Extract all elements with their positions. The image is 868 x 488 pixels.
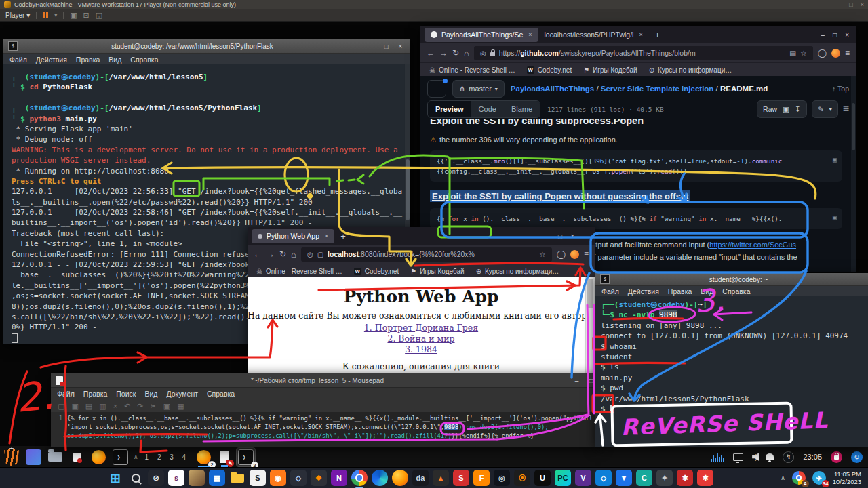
close-button[interactable]: ×: [845, 31, 849, 39]
terminal-nc-output[interactable]: ┌──(student㉿codeby)-[~]└─$ nc -nvlp 9898…: [595, 296, 868, 447]
shotcut-icon[interactable]: S: [250, 470, 266, 486]
bookmark-games[interactable]: ⚑Игры Кодебай: [583, 66, 637, 74]
forward-icon[interactable]: →: [439, 48, 448, 58]
vstudio-icon[interactable]: V: [575, 470, 591, 486]
bookmark-courses[interactable]: ⊕Курсы по информаци…: [476, 268, 559, 275]
display-icon[interactable]: [733, 453, 743, 461]
home-icon[interactable]: ⌂: [291, 249, 296, 260]
tab-close-icon[interactable]: ×: [325, 232, 328, 239]
tab-close-icon[interactable]: ×: [639, 31, 642, 38]
unreal-icon[interactable]: U: [534, 470, 551, 486]
page-scrollbar[interactable]: [585, 277, 595, 380]
reload-icon[interactable]: ↻: [279, 249, 286, 259]
vmware-icon[interactable]: ❖: [311, 470, 327, 486]
menu-item[interactable]: ▣: [71, 402, 78, 411]
bookmark-codeby[interactable]: wCodeby.net: [527, 66, 572, 74]
xfce-clock[interactable]: 23:05: [803, 453, 822, 461]
updates-tray-icon[interactable]: ↻: [851, 451, 863, 463]
back-icon[interactable]: ←: [427, 48, 435, 58]
terminal-launcher-icon[interactable]: ❯_: [113, 449, 128, 465]
menu-item[interactable]: Действия: [628, 287, 659, 296]
gear-red-1-icon[interactable]: ✱: [677, 470, 693, 486]
file-manager-icon[interactable]: [47, 449, 63, 465]
minimize-button[interactable]: –: [572, 377, 582, 384]
tab-close-icon[interactable]: ×: [528, 31, 532, 38]
windows-clock[interactable]: 11:05 PM 10/2/2023: [833, 470, 861, 485]
book-link-2[interactable]: 2. Война и мир: [248, 333, 595, 344]
url-bar[interactable]: ◎ ▢ localhost:8080/index?book={%%20for%2…: [301, 247, 552, 262]
rustdesk-icon[interactable]: ◉: [270, 470, 286, 486]
volume-icon[interactable]: ): [752, 453, 757, 461]
github-scrollbar[interactable]: [851, 76, 856, 272]
menu-item[interactable]: Вид: [144, 390, 157, 398]
bookmark-reverse-shell[interactable]: ☠Online - Reverse Shell …: [256, 268, 342, 275]
reload-icon[interactable]: ↻: [452, 48, 459, 58]
menu-item[interactable]: ▤: [85, 402, 92, 411]
menu-item[interactable]: ▥: [99, 402, 106, 411]
vm-minimize-button[interactable]: –: [838, 1, 842, 8]
viewer3d-icon[interactable]: ◇: [290, 470, 307, 486]
close-button[interactable]: ×: [570, 232, 574, 240]
mousepad-editor[interactable]: 1 {% for x in ().__class__.__base__.__su…: [51, 412, 601, 447]
tab-payloadsallthethings[interactable]: PayloadsAllTheThings/Se×: [425, 28, 538, 42]
menu-item[interactable]: Правка: [668, 287, 692, 296]
start-icon[interactable]: ⊞: [107, 470, 123, 486]
menu-item[interactable]: Файл: [9, 56, 27, 64]
blender-icon[interactable]: ⦿: [514, 470, 530, 486]
power-manager-icon[interactable]: ↯: [783, 451, 794, 463]
lock-tray-icon[interactable]: [831, 451, 842, 463]
book-link-3[interactable]: 3. 1984: [248, 344, 595, 355]
menu-item[interactable]: Вид: [701, 287, 713, 296]
maximize-button[interactable]: □: [558, 232, 562, 240]
player-menu[interactable]: Player ▾: [5, 12, 30, 19]
menu-item[interactable]: Справка: [130, 56, 158, 64]
bookmark-games[interactable]: ⚑Игры Кодебай: [410, 268, 464, 275]
bookmark-star-icon[interactable]: ☆: [539, 250, 545, 258]
gear-red-2-icon[interactable]: ✱: [697, 470, 713, 486]
new-tab-button[interactable]: +: [340, 231, 346, 241]
task-firefox[interactable]: 2: [195, 449, 212, 466]
explorer-icon[interactable]: [229, 470, 245, 486]
vm-maximize-button[interactable]: □: [849, 1, 852, 8]
show-desktop-icon[interactable]: [26, 449, 41, 465]
workspace-pager[interactable]: 1 2 3 4: [145, 453, 190, 461]
maximize-button[interactable]: □: [381, 43, 391, 50]
firefox-icon[interactable]: [392, 470, 408, 486]
menu-item[interactable]: Правка: [83, 390, 107, 398]
bookmark-codeby[interactable]: wCodeby.net: [354, 268, 399, 275]
terminal-nc-titlebar[interactable]: $ student@codeby: ~: [595, 273, 868, 286]
menu-item[interactable]: Вид: [108, 56, 121, 64]
panel-expand-icon[interactable]: ∧: [134, 453, 138, 460]
terminal-flask-titlebar[interactable]: $ student@codeby: /var/www/html/lesson5/…: [3, 39, 410, 54]
firefox-launcher-icon[interactable]: [91, 449, 106, 465]
pocket-icon[interactable]: ◯: [557, 249, 566, 259]
code-block-popen[interactable]: ▣{% for x in ().__class__.__base__.__sub…: [430, 208, 842, 229]
home-icon[interactable]: ⌂: [464, 48, 469, 58]
menu-item[interactable]: Файл: [57, 390, 75, 398]
copy-icon[interactable]: ▣: [783, 105, 789, 113]
pycharm-icon[interactable]: PC: [555, 470, 571, 486]
branch-selector[interactable]: ⋔master▾: [452, 80, 505, 98]
tab-code[interactable]: Code: [471, 101, 504, 117]
vm-close-button[interactable]: ×: [861, 1, 864, 8]
task-terminal[interactable]: ❯_2: [237, 448, 255, 466]
gauge-icon[interactable]: ⊘: [148, 470, 164, 486]
send-ctrl-alt-del-icon[interactable]: ▣: [70, 11, 77, 20]
back-icon[interactable]: ←: [254, 249, 262, 259]
maximize-button[interactable]: □: [586, 377, 596, 384]
resolve-icon[interactable]: da: [412, 470, 429, 486]
menu-item[interactable]: Файл: [601, 287, 619, 296]
menu-item[interactable]: Правка: [76, 56, 100, 64]
suspend-button[interactable]: [43, 12, 48, 18]
menu-item[interactable]: ↷: [137, 402, 143, 411]
sublime-icon[interactable]: S: [453, 470, 469, 486]
camtasia-icon[interactable]: C: [636, 470, 652, 486]
tab-python-web-app[interactable]: Python Web App×: [252, 229, 334, 243]
new-tab-button[interactable]: +: [655, 30, 660, 40]
vscode-icon[interactable]: ◇: [595, 470, 612, 486]
maximize-button[interactable]: □: [833, 31, 837, 39]
menu-item[interactable]: ×: [113, 402, 117, 410]
search-icon[interactable]: [127, 470, 144, 486]
toolbox-icon[interactable]: ✦: [656, 470, 673, 486]
menu-item[interactable]: ↶: [124, 402, 130, 411]
